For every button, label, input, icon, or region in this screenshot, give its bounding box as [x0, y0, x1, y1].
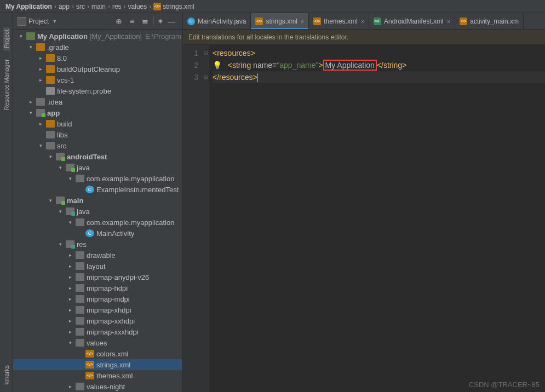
project-icon: [18, 17, 26, 26]
tree-folder-values[interactable]: ▾values: [13, 337, 182, 348]
tree-folder[interactable]: ▾.gradle: [13, 42, 182, 53]
folder-icon: [46, 65, 55, 73]
xml-icon: </>: [153, 3, 161, 10]
tree-folder-app[interactable]: ▾app: [13, 107, 182, 118]
package-icon: [76, 175, 84, 182]
rail-tab-resource-manager[interactable]: Resource Manager: [3, 57, 10, 113]
hide-icon[interactable]: —: [167, 16, 176, 26]
java-icon: C: [187, 18, 195, 25]
tab-strings[interactable]: </>strings.xml×: [251, 13, 309, 29]
code-editor[interactable]: 1 2 3 ⊟ ⊟ <resources> 💡 <string name="ap…: [183, 45, 545, 392]
tree-package[interactable]: ▾com.example.myapplication: [13, 217, 182, 228]
tree-folder[interactable]: ▾java: [13, 206, 182, 217]
folder-icon: [46, 120, 55, 128]
collapse-icon[interactable]: ≣: [140, 16, 150, 26]
breadcrumb-file[interactable]: </>strings.xml: [153, 3, 194, 10]
src-folder-icon: [66, 164, 74, 171]
breadcrumb-item[interactable]: values: [128, 3, 147, 10]
xml-icon: </>: [85, 361, 94, 368]
folder-icon: [76, 262, 84, 270]
tree-folder[interactable]: ▸mipmap-anydpi-v26: [13, 272, 182, 283]
editor-banner[interactable]: Edit translations for all locales in the…: [183, 30, 545, 45]
rail-tab-project[interactable]: Project: [3, 27, 10, 50]
folder-icon: [46, 76, 55, 84]
tree-folder[interactable]: ▸8.0: [13, 53, 182, 64]
tree-folder[interactable]: ▸mipmap-xxhdpi: [13, 315, 182, 326]
app-name-value: My Application: [323, 60, 377, 71]
breadcrumb-item[interactable]: main: [91, 3, 106, 10]
xml-icon: </>: [85, 350, 94, 358]
test-folder-icon: [56, 153, 65, 160]
breadcrumb-item[interactable]: app: [59, 3, 70, 10]
folder-icon: [76, 306, 84, 314]
folder-icon: [76, 273, 84, 281]
breadcrumb: My Application › app › src › main › res …: [0, 0, 545, 13]
xml-icon: </>: [255, 18, 263, 25]
folder-icon: [76, 383, 84, 390]
tree-folder[interactable]: ▾java: [13, 162, 182, 173]
xml-icon: </>: [460, 18, 467, 25]
folder-icon: [36, 43, 45, 51]
tree-folder[interactable]: ▸build: [13, 118, 182, 129]
code-body[interactable]: <resources> 💡 <string name="app_name">My…: [209, 45, 545, 392]
tree-folder-androidtest[interactable]: ▾androidTest: [13, 151, 182, 162]
project-tree[interactable]: ▾My Application [My_Application]E:\Progr…: [13, 30, 182, 392]
folder-icon: [76, 251, 84, 259]
tree-folder[interactable]: ▸buildOutputCleanup: [13, 64, 182, 74]
settings-icon[interactable]: ✶: [153, 16, 163, 26]
tree-folder[interactable]: ▸mipmap-xhdpi: [13, 304, 182, 315]
tree-file[interactable]: </>themes.xml: [13, 370, 182, 381]
breadcrumb-item[interactable]: res: [112, 3, 122, 10]
folder-icon: [76, 328, 84, 336]
breadcrumb-root[interactable]: My Application: [5, 3, 52, 10]
chevron-down-icon: ▼: [52, 19, 57, 24]
tool-window-rail: Project Resource Manager kmarks: [0, 13, 13, 392]
folder-icon: [76, 284, 84, 292]
tree-folder[interactable]: ▸mipmap-xxxhdpi: [13, 326, 182, 337]
project-root[interactable]: ▾My Application [My_Application]E:\Progr…: [13, 31, 182, 42]
tree-folder[interactable]: ▸drawable: [13, 250, 182, 261]
locate-icon[interactable]: ⊕: [114, 16, 124, 26]
project-view-selector[interactable]: Project ▼: [18, 17, 57, 26]
close-icon[interactable]: ×: [361, 18, 364, 25]
tree-file[interactable]: file-system.probe: [13, 85, 182, 96]
tree-folder[interactable]: libs: [13, 129, 182, 140]
line-number-gutter: 1 2 3: [183, 45, 203, 392]
module-folder-icon: [36, 109, 45, 117]
folder-icon: [76, 295, 84, 303]
project-panel-header: Project ▼ ⊕ ≡ ≣ ✶ —: [13, 13, 182, 30]
tree-folder[interactable]: ▸vcs-1: [13, 74, 182, 85]
tree-class[interactable]: CMainActivity: [13, 228, 182, 239]
fold-icon[interactable]: ⊟: [203, 47, 209, 59]
folder-icon: [76, 317, 84, 325]
module-icon: [26, 32, 35, 40]
breadcrumb-item[interactable]: src: [76, 3, 85, 10]
class-icon: C: [85, 186, 94, 193]
tree-folder[interactable]: ▸mipmap-mdpi: [13, 293, 182, 304]
tree-folder[interactable]: ▸layout: [13, 261, 182, 272]
tree-file[interactable]: </>colors.xml: [13, 348, 182, 359]
xml-icon: </>: [85, 372, 94, 379]
tree-folder[interactable]: ▾src: [13, 140, 182, 151]
tree-package[interactable]: ▾com.example.myapplication: [13, 173, 182, 184]
rail-tab-bookmarks[interactable]: kmarks: [3, 363, 10, 387]
tab-mainactivity[interactable]: CMainActivity.java: [183, 13, 251, 29]
tree-file-strings[interactable]: </>strings.xml: [13, 359, 182, 370]
tree-folder-res[interactable]: ▾res: [13, 239, 182, 250]
tree-folder[interactable]: ▸values-night: [13, 381, 182, 392]
tree-folder[interactable]: ▸.idea: [13, 96, 182, 107]
src-folder-icon: [66, 207, 74, 215]
intention-bulb-icon[interactable]: 💡: [213, 59, 220, 71]
tab-manifest[interactable]: MFAndroidManifest.xml×: [369, 13, 455, 29]
close-icon[interactable]: ×: [301, 18, 304, 25]
class-icon: C: [85, 229, 94, 237]
tree-folder-main[interactable]: ▾main: [13, 195, 182, 206]
folder-icon: [46, 54, 55, 62]
tree-folder[interactable]: ▸mipmap-hdpi: [13, 283, 182, 293]
fold-icon[interactable]: ⊟: [203, 71, 209, 83]
tab-themes[interactable]: </>themes.xml×: [309, 13, 369, 29]
expand-icon[interactable]: ≡: [127, 16, 137, 26]
tree-class[interactable]: CExampleInstrumentedTest: [13, 184, 182, 195]
tab-activity-main[interactable]: </>activity_main.xm: [455, 13, 524, 29]
close-icon[interactable]: ×: [447, 18, 450, 25]
